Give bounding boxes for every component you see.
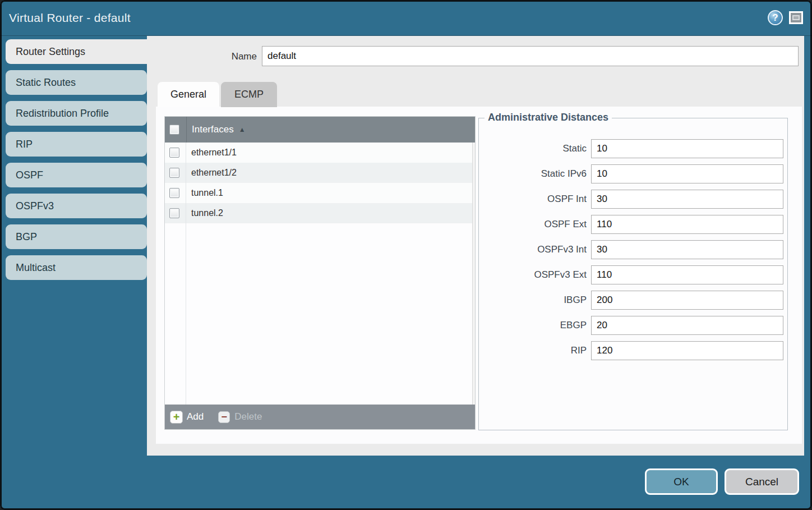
window-restore-glyph <box>792 15 800 20</box>
sidebar-item-router-settings[interactable]: Router Settings <box>6 39 147 64</box>
interfaces-table-footer: + Add − Delete <box>165 405 475 429</box>
cancel-button-label: Cancel <box>745 476 778 488</box>
add-button-label: Add <box>187 411 204 422</box>
ospf-ext-input[interactable] <box>591 215 783 234</box>
field-row-ospf-ext: OSPF Ext <box>479 215 787 234</box>
administrative-distances-fieldset: Administrative Distances Static Static I… <box>478 118 788 430</box>
rip-label: RIP <box>479 345 587 356</box>
help-glyph: ? <box>772 12 778 24</box>
delete-button-label: Delete <box>234 411 262 422</box>
interfaces-table-header[interactable]: Interfaces ▲ <box>165 117 475 143</box>
tab-label: General <box>170 89 206 100</box>
ebgp-input[interactable] <box>591 316 783 335</box>
ibgp-input[interactable] <box>591 291 783 310</box>
interfaces-column-header: Interfaces <box>192 124 234 135</box>
sidebar-item-multicast[interactable]: Multicast <box>6 255 147 280</box>
tab-ecmp[interactable]: ECMP <box>221 82 277 107</box>
field-row-static-ipv6: Static IPv6 <box>479 164 787 183</box>
table-row-tunnel-1[interactable]: tunnel.1 <box>165 183 475 203</box>
sidebar-item-label: Multicast <box>16 262 56 274</box>
ospfv3-int-input[interactable] <box>591 240 783 259</box>
interfaces-table-body: ethernet1/1 ethernet1/2 tunnel.1 tunnel.… <box>165 143 475 405</box>
interface-name: ethernet1/2 <box>191 168 237 178</box>
field-row-rip: RIP <box>479 341 787 360</box>
ospf-int-input[interactable] <box>591 190 783 209</box>
table-scrollbar[interactable] <box>472 143 475 405</box>
select-all-checkbox[interactable] <box>169 125 179 135</box>
ebgp-label: EBGP <box>479 320 587 331</box>
sidebar-item-label: BGP <box>16 231 37 243</box>
ok-button-label: OK <box>673 476 689 488</box>
ospf-ext-label: OSPF Ext <box>479 219 587 230</box>
plus-icon: + <box>170 411 183 424</box>
field-row-ospfv3-ext: OSPFv3 Ext <box>479 265 787 284</box>
sidebar-nav: Router Settings Static Routes Redistribu… <box>6 39 147 286</box>
static-ipv6-input[interactable] <box>591 164 783 183</box>
static-ipv6-label: Static IPv6 <box>479 168 587 180</box>
sort-asc-icon[interactable]: ▲ <box>239 126 246 134</box>
name-input[interactable] <box>262 46 799 66</box>
general-tab-panel: Interfaces ▲ ethernet1/1 ethernet1/2 tun… <box>156 107 802 444</box>
ibgp-label: IBGP <box>479 295 587 306</box>
administrative-distances-fields: Static Static IPv6 OSPF Int OSPF Ext <box>479 139 787 366</box>
sidebar-item-ospfv3[interactable]: OSPFv3 <box>6 194 147 218</box>
sidebar-item-label: OSPFv3 <box>16 200 54 212</box>
window-restore-icon[interactable] <box>789 11 803 24</box>
sidebar-item-redistribution-profile[interactable]: Redistribution Profile <box>6 101 147 126</box>
rip-input[interactable] <box>591 341 783 360</box>
column-divider <box>186 117 187 143</box>
field-row-static: Static <box>479 139 787 158</box>
sidebar-item-label: RIP <box>16 139 33 150</box>
interface-name: tunnel.1 <box>191 188 223 198</box>
sidebar-item-label: Router Settings <box>16 46 85 58</box>
static-input[interactable] <box>591 139 783 158</box>
row-checkbox[interactable] <box>169 208 179 218</box>
sidebar-item-bgp[interactable]: BGP <box>6 224 147 249</box>
field-row-ospfv3-int: OSPFv3 Int <box>479 240 787 259</box>
ospfv3-ext-label: OSPFv3 Ext <box>479 269 587 281</box>
virtual-router-dialog: Virtual Router - default ? Router Settin… <box>0 0 812 510</box>
sidebar-item-static-routes[interactable]: Static Routes <box>6 70 147 95</box>
interface-name: tunnel.2 <box>191 208 223 218</box>
ospfv3-ext-input[interactable] <box>591 265 783 284</box>
dialog-title: Virtual Router - default <box>9 11 131 25</box>
static-label: Static <box>479 143 587 154</box>
row-checkbox[interactable] <box>169 168 179 178</box>
tab-general[interactable]: General <box>158 82 219 107</box>
sidebar-item-label: Redistribution Profile <box>16 108 109 120</box>
sidebar-item-ospf[interactable]: OSPF <box>6 163 147 187</box>
title-bar: Virtual Router - default ? <box>0 0 812 36</box>
titlebar-icons: ? <box>768 10 803 25</box>
plus-glyph: + <box>173 411 180 422</box>
interface-name: ethernet1/1 <box>191 148 237 158</box>
row-checkbox[interactable] <box>169 188 179 198</box>
help-icon[interactable]: ? <box>768 10 783 25</box>
field-row-ebgp: EBGP <box>479 316 787 335</box>
table-row-ethernet1-1[interactable]: ethernet1/1 <box>165 143 475 163</box>
administrative-distances-title: Administrative Distances <box>485 112 612 123</box>
table-row-tunnel-2[interactable]: tunnel.2 <box>165 203 475 223</box>
cancel-button[interactable]: Cancel <box>725 468 799 495</box>
field-row-ibgp: IBGP <box>479 291 787 310</box>
sidebar-item-rip[interactable]: RIP <box>6 132 147 157</box>
column-divider <box>186 143 186 405</box>
table-row-ethernet1-2[interactable]: ethernet1/2 <box>165 163 475 183</box>
minus-glyph: − <box>221 412 227 422</box>
add-button[interactable]: + Add <box>170 411 204 424</box>
sidebar-item-label: Static Routes <box>16 77 76 89</box>
main-panel: Name General ECMP Interfaces ▲ <box>147 36 804 456</box>
row-checkbox[interactable] <box>169 148 179 158</box>
interfaces-table: Interfaces ▲ ethernet1/1 ethernet1/2 tun… <box>164 116 476 430</box>
ok-button[interactable]: OK <box>645 468 718 495</box>
delete-button[interactable]: − Delete <box>218 411 262 423</box>
minus-icon: − <box>218 411 230 423</box>
tab-label: ECMP <box>234 89 264 100</box>
name-label: Name <box>147 51 257 62</box>
ospf-int-label: OSPF Int <box>479 194 587 205</box>
sidebar-item-label: OSPF <box>16 169 43 181</box>
field-row-ospf-int: OSPF Int <box>479 190 787 209</box>
ospfv3-int-label: OSPFv3 Int <box>479 244 587 255</box>
